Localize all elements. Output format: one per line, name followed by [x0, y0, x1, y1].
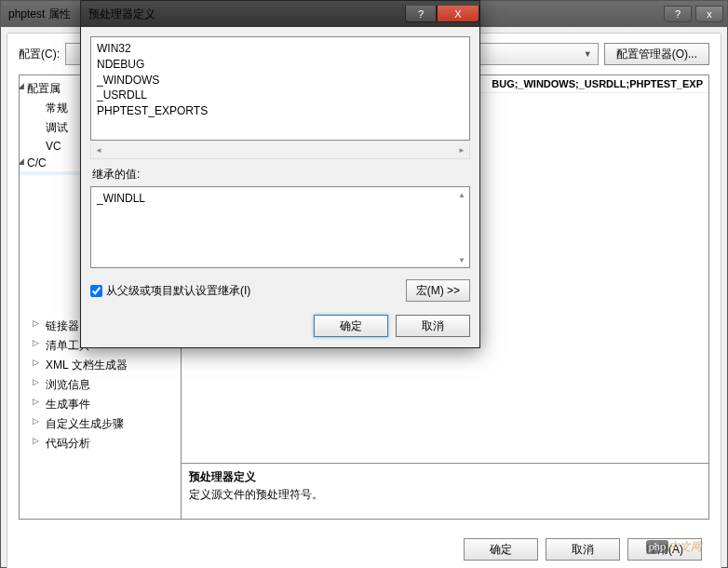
preprocessor-dialog: 预处理器定义 ? X ◄► 继承的值: _WINDLL ▲ ▼ 从父级或项目默认…: [80, 0, 480, 348]
apply-button[interactable]: 应用(A): [627, 538, 702, 561]
expand-icon: ▷: [33, 397, 39, 406]
tree-item-label: 自定义生成步骤: [46, 417, 124, 430]
ok-button[interactable]: 确定: [314, 315, 388, 337]
description-panel: 预处理器定义 定义源文件的预处理符号。: [182, 463, 708, 519]
expand-icon: ▷: [33, 416, 39, 426]
definitions-wrap: ◄►: [90, 36, 470, 159]
inherited-values: _WINDLL: [90, 186, 470, 268]
tree-item-label: C/C: [27, 156, 47, 169]
inherit-checkbox-label[interactable]: 从父级或项目默认设置继承(I): [90, 283, 250, 299]
ok-button[interactable]: 确定: [464, 538, 538, 561]
tree-item-label: 生成事件: [46, 398, 90, 411]
tree-item-label: VC: [46, 140, 61, 153]
close-button[interactable]: x: [695, 6, 723, 22]
tree-item-label: 链接器: [46, 319, 79, 332]
help-button[interactable]: ?: [664, 6, 692, 22]
cancel-button[interactable]: 取消: [546, 538, 620, 561]
scroll-up-icon: ▲: [455, 188, 468, 201]
description-title: 预处理器定义: [189, 469, 701, 485]
tree-item-buildevents[interactable]: ▷生成事件: [20, 395, 181, 414]
definitions-textarea[interactable]: [90, 36, 470, 141]
expand-icon: ▷: [33, 358, 39, 367]
tree-item-label: 常规: [46, 101, 68, 115]
tree-item-label: 浏览信息: [46, 378, 90, 391]
cancel-button[interactable]: 取消: [396, 315, 470, 337]
tree-root-label: 配置属: [27, 82, 61, 95]
scroll-left-icon: ◄: [92, 144, 105, 156]
preprocessor-titlebar: 预处理器定义 ? X: [81, 1, 479, 27]
preprocessor-button-row: 确定 取消: [90, 315, 470, 337]
close-button[interactable]: X: [437, 6, 479, 22]
preprocessor-title: 预处理器定义: [88, 7, 155, 22]
description-body: 定义源文件的预处理符号。: [189, 487, 701, 503]
scroll-down-icon: ▼: [455, 253, 468, 266]
tree-item-custombuild[interactable]: ▷自定义生成步骤: [20, 414, 181, 434]
expand-icon: ▷: [33, 436, 39, 445]
tree-item-label: 代码分析: [46, 437, 90, 450]
tree-item-label: XML 文档生成器: [46, 358, 128, 372]
inherited-label: 继承的值:: [92, 167, 470, 183]
tree-item-xmldoc[interactable]: ▷XML 文档生成器: [20, 356, 181, 375]
tree-item-browse[interactable]: ▷浏览信息: [20, 375, 181, 395]
expand-icon: ▷: [33, 318, 39, 328]
collapse-icon: ◢: [19, 156, 24, 166]
properties-title: phptest 属性: [8, 7, 71, 22]
inherit-option-row: 从父级或项目默认设置继承(I) 宏(M) >>: [90, 279, 470, 302]
properties-button-row: 确定 取消 应用(A): [464, 538, 702, 561]
preprocessor-body: ◄► 继承的值: _WINDLL ▲ ▼ 从父级或项目默认设置继承(I) 宏(M…: [81, 27, 479, 347]
macro-button[interactable]: 宏(M) >>: [406, 279, 470, 302]
preprocessor-window-controls: ? X: [405, 6, 479, 22]
inherited-wrap: _WINDLL ▲ ▼: [90, 186, 470, 268]
inherit-checkbox[interactable]: [90, 285, 102, 297]
inherited-value-text: _WINDLL: [97, 192, 145, 205]
tree-item-label: 调试: [46, 121, 68, 134]
scroll-right-icon: ►: [455, 144, 468, 156]
properties-window-controls: ? x: [664, 6, 727, 22]
help-button[interactable]: ?: [405, 6, 437, 22]
expand-icon: ▷: [33, 338, 39, 347]
horizontal-scrollbar[interactable]: ◄►: [90, 143, 470, 159]
expand-icon: ▷: [33, 377, 39, 386]
config-label: 配置(C):: [19, 47, 60, 62]
tree-item-codeanalysis[interactable]: ▷代码分析: [20, 434, 181, 453]
config-manager-button[interactable]: 配置管理器(O)...: [604, 43, 709, 65]
collapse-icon: ◢: [19, 81, 24, 90]
inherit-checkbox-text: 从父级或项目默认设置继承(I): [106, 283, 250, 299]
